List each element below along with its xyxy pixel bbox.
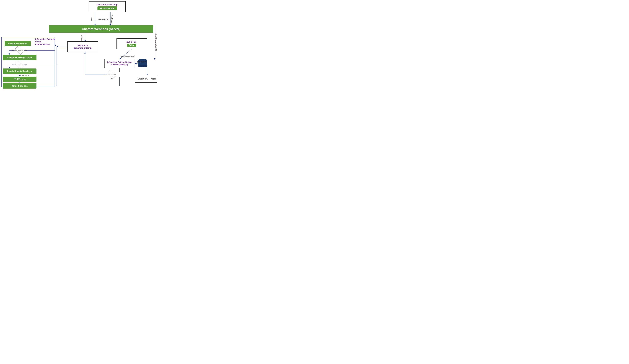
web-admin-label: Web Interface - Admin (138, 78, 156, 80)
mongodb-cylinder (138, 59, 147, 67)
response-label-2: response (81, 35, 83, 41)
web-admin-box: Web Interface - Admin (135, 75, 157, 83)
tfidf-label: TF-IDF(Q,[1..5]) (14, 78, 26, 81)
diamond-1: Res. processed NO YES (14, 48, 24, 53)
diamond-1-no: NO (12, 50, 14, 51)
google-knowledge-box: Google Knowledge Graph (3, 55, 36, 60)
witai-button: Wit.ai (127, 44, 136, 47)
ir-keyword-label: Information Retrieval Comp. Keyword Matc… (107, 61, 132, 66)
nlp-comp-label: NLP Comp. (127, 41, 137, 43)
info-retrieval-internet-wizard-label: Information Retrieval Comp. Internet Wiz… (35, 38, 55, 46)
svg-line-21 (120, 49, 132, 59)
structured-message-label: structured message (121, 55, 135, 57)
diamond-2-yes: YES (24, 64, 27, 66)
google-organic-box: Google Organic Result [1..5] (3, 68, 36, 74)
docs-label: Docs[1..5] (22, 75, 29, 76)
mongodb-label: MongoDb (137, 61, 147, 63)
nlp-comp-box: NLP Comp. Wit.ai (117, 38, 147, 49)
diamond-3-no: NO (111, 78, 113, 79)
diagram-container: 💬👤 User Interface Comp. Messenger App. r… (0, 0, 157, 91)
diamond-3-yes: YES (104, 74, 106, 75)
ir-keyword-box: Information Retrieval Comp. Keyword Matc… (104, 59, 135, 68)
user-message-label-1: User Message (111, 14, 113, 24)
response-gen-label: Response Generating Comp. (73, 44, 92, 49)
tfidf-box: TF-IDF(Q,[1..5]) (3, 77, 36, 82)
diamond-2-no: NO (12, 64, 14, 66)
diamond-1-yes: YES (24, 50, 27, 51)
messenger-app-button: Messenger App. (98, 6, 117, 10)
response-gen-box: Response Generating Comp. (67, 41, 98, 52)
google-organic-label: Google Organic Result [1..5] (7, 70, 32, 73)
response-label-1: response (90, 16, 92, 22)
diamond-3: Res. processed YES NO (107, 72, 117, 77)
diamond-2-text: Res. processed (15, 64, 23, 65)
diamond-3-text: Res. processed (108, 74, 116, 75)
google-answer-box: Google answer Box (4, 41, 31, 46)
diamond-1-text: Res. processed (15, 50, 23, 51)
chatbot-webhook-box: Chatbot Webhook (Server) (49, 25, 153, 33)
ui-comp-label: User Interface Comp. (97, 3, 118, 6)
user-message-wit-label: User Message Wit.ai API (155, 34, 157, 51)
messenger-api-label: Messenger API (98, 19, 109, 20)
ui-comp-box: User Interface Comp. Messenger App. (89, 1, 126, 12)
diamond-2: Res. processed NO YES (14, 63, 24, 67)
tensorflow-box: TensorFlow/ qna (3, 83, 36, 89)
